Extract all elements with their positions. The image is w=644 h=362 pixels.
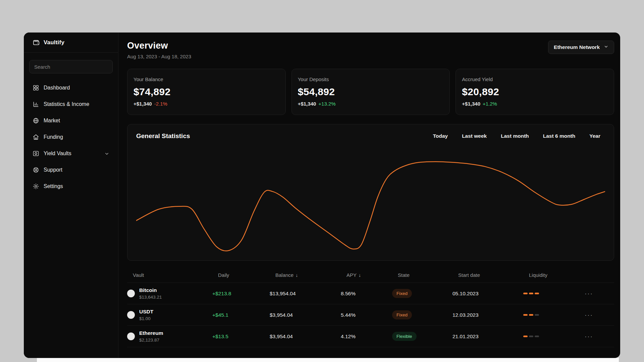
- general-statistics-card: General Statistics Today Last week Last …: [127, 124, 614, 261]
- start-date: 21.01.2023: [452, 334, 523, 340]
- column-header-start-date: Start date: [458, 272, 529, 278]
- vault-price: $2,123.87: [139, 338, 163, 343]
- liquidity-indicator: [523, 293, 585, 294]
- liquidity-indicator: [523, 336, 585, 337]
- dashboard-grid-icon: [33, 84, 39, 91]
- sidebar-item-statistics-income[interactable]: Statistics & Income: [28, 97, 114, 112]
- network-selector-label: Ethereum Network: [554, 44, 600, 50]
- column-header-balance[interactable]: Balance ↓: [275, 272, 346, 278]
- stat-label: Your Balance: [133, 76, 279, 82]
- sidebar-item-funding[interactable]: Funding: [28, 129, 114, 145]
- table-header-row: Vault Daily Balance ↓ APY ↓ State Start …: [127, 267, 614, 283]
- sidebar-item-dashboard[interactable]: Dashboard: [28, 80, 114, 96]
- vault-price: $1.00: [139, 316, 153, 321]
- stat-change-percent: +1.2%: [483, 101, 497, 107]
- tab-today[interactable]: Today: [433, 133, 448, 139]
- stat-card-accrued-yield: Accrued Yield $20,892 +$1,340 +1.2%: [455, 69, 614, 115]
- column-header-vault: Vault: [133, 272, 218, 278]
- state-badge: Flexible: [392, 332, 417, 341]
- tab-year[interactable]: Year: [589, 133, 600, 139]
- table-row-usdt[interactable]: USDT $1.00 +$45.1 $3,954.04 5.44% Fixed …: [127, 304, 614, 326]
- wallet-logo-icon: [33, 39, 40, 46]
- chart-range-tabs: Today Last week Last month Last 6 month …: [433, 133, 605, 139]
- column-header-daily: Daily: [218, 272, 275, 278]
- balance-value: $3,954.04: [270, 334, 341, 340]
- sidebar-item-label: Settings: [44, 183, 63, 189]
- balance-value: $13,954.04: [270, 291, 341, 297]
- desktop-background: { "app": { "name": "Vaultify" }, "colors…: [0, 0, 644, 362]
- sidebar-item-settings[interactable]: Settings: [28, 179, 114, 194]
- sidebar-item-label: Funding: [44, 134, 63, 140]
- table-row-bitcoin[interactable]: Bitcoin $13,643.21 +$213.8 $13,954.04 8.…: [127, 283, 614, 304]
- sidebar-item-label: Statistics & Income: [44, 101, 89, 107]
- apy-value: 4.12%: [341, 334, 392, 340]
- liquidity-indicator: [523, 314, 585, 316]
- stat-change-amount: +$1,340: [462, 101, 480, 107]
- sidebar: Vaultify Dashboard: [24, 33, 118, 358]
- line-chart: [136, 145, 605, 286]
- app-logo: Vaultify: [24, 33, 118, 53]
- stat-value: $20,892: [462, 86, 608, 98]
- chevron-down-icon: [104, 151, 109, 156]
- table-row-ethereum[interactable]: Ethereum $2,123.87 +$13.5 $3,954.04 4.12…: [127, 326, 614, 347]
- vault-price: $13,643.21: [139, 295, 162, 300]
- vault-name: Bitcoin: [139, 287, 162, 293]
- stat-label: Accrued Yield: [462, 76, 608, 82]
- row-menu-button[interactable]: ···: [585, 311, 593, 318]
- home-icon: [33, 134, 39, 140]
- chart-title: General Statistics: [136, 132, 190, 140]
- sidebar-item-support[interactable]: Support: [28, 162, 114, 178]
- vaults-table: Vault Daily Balance ↓ APY ↓ State Start …: [127, 267, 614, 347]
- sidebar-item-yield-vaults[interactable]: Yield Vaults: [28, 146, 114, 161]
- apy-value: 5.44%: [341, 312, 392, 318]
- start-date: 05.10.2023: [452, 291, 523, 297]
- column-header-apy[interactable]: APY ↓: [346, 272, 398, 278]
- stat-label: Your Deposits: [298, 76, 444, 82]
- search-input[interactable]: [29, 60, 113, 73]
- gear-icon: [33, 183, 39, 190]
- vault-name: USDT: [139, 309, 153, 315]
- state-badge: Fixed: [392, 289, 412, 298]
- stat-card-balance: Your Balance $74,892 +$1,340 -2.1%: [127, 69, 286, 115]
- tab-last-week[interactable]: Last week: [462, 133, 487, 139]
- stat-value: $74,892: [133, 86, 279, 98]
- sidebar-nav: Dashboard Statistics & Income Marke: [24, 76, 118, 198]
- sidebar-item-label: Dashboard: [44, 85, 70, 91]
- vault-name: Ethereum: [139, 330, 163, 336]
- network-selector-button[interactable]: Ethereum Network: [548, 41, 614, 54]
- page-title: Overview: [127, 41, 191, 51]
- sidebar-item-label: Yield Vaults: [44, 150, 71, 157]
- stat-change-amount: +$1,340: [298, 101, 316, 107]
- row-menu-button[interactable]: ···: [585, 333, 593, 340]
- column-header-liquidity: Liquidity: [529, 272, 590, 278]
- coin-icon: [127, 311, 135, 319]
- lifebuoy-icon: [33, 167, 39, 173]
- daily-change: +$45.1: [212, 312, 270, 318]
- coin-icon: [127, 333, 135, 340]
- tab-last-month[interactable]: Last month: [501, 133, 529, 139]
- apy-value: 8.56%: [341, 291, 392, 297]
- sort-desc-icon: ↓: [359, 273, 361, 278]
- sort-desc-icon: ↓: [296, 273, 298, 278]
- background-page-edge: [37, 358, 619, 362]
- tab-last-6-month[interactable]: Last 6 month: [543, 133, 575, 139]
- app-window: Vaultify Dashboard: [24, 33, 620, 358]
- column-header-state: State: [398, 272, 458, 278]
- sidebar-item-label: Support: [44, 167, 62, 173]
- bar-chart-icon: [33, 101, 39, 108]
- stat-change-percent: -2.1%: [154, 101, 167, 107]
- row-menu-button[interactable]: ···: [585, 290, 593, 297]
- date-range: Aug 13, 2023 - Aug 18, 2023: [127, 54, 191, 59]
- stat-card-deposits: Your Deposits $54,892 +$1,340 +13.2%: [291, 69, 450, 115]
- start-date: 12.03.2023: [452, 312, 523, 318]
- sidebar-item-label: Market: [44, 118, 60, 124]
- state-badge: Fixed: [392, 310, 412, 319]
- coin-icon: [127, 290, 135, 297]
- balance-value: $3,954.04: [270, 312, 341, 318]
- sidebar-item-market[interactable]: Market: [28, 113, 114, 128]
- stat-value: $54,892: [298, 86, 444, 98]
- stat-cards-row: Your Balance $74,892 +$1,340 -2.1% Your …: [127, 69, 614, 115]
- vault-icon: [33, 150, 39, 157]
- chevron-down-icon: [604, 44, 608, 50]
- page-header: Overview Aug 13, 2023 - Aug 18, 2023 Eth…: [127, 41, 614, 59]
